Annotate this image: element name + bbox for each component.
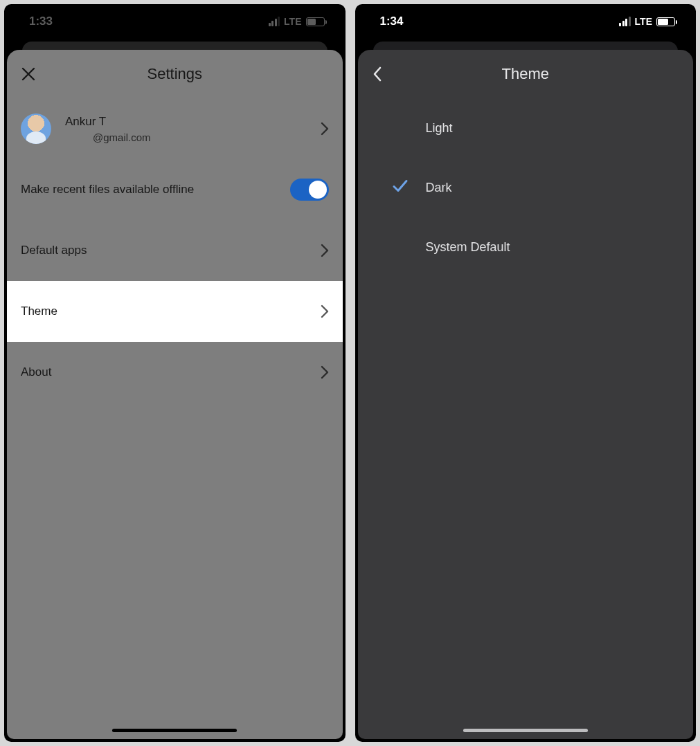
network-label: LTE: [284, 16, 301, 27]
clock: 1:34: [380, 15, 404, 28]
option-label: System Default: [426, 240, 510, 255]
status-bar: 1:34 LTE: [355, 4, 697, 39]
about-row[interactable]: About: [7, 342, 343, 403]
cell-signal-icon: [269, 17, 280, 26]
theme-option-dark[interactable]: Dark: [358, 158, 694, 217]
offline-toggle[interactable]: [290, 179, 329, 201]
network-label: LTE: [635, 16, 652, 27]
check-icon: [391, 177, 409, 199]
clock: 1:33: [29, 15, 53, 28]
home-indicator[interactable]: [112, 729, 237, 732]
account-email: @gmail.com: [65, 131, 321, 143]
battery-icon: [306, 17, 325, 26]
screenshot-theme: 1:34 LTE Theme Light Dark System Default: [355, 4, 697, 742]
about-label: About: [21, 365, 321, 379]
page-title: Theme: [502, 65, 549, 83]
page-title: Settings: [147, 65, 203, 83]
back-chevron-icon[interactable]: [372, 66, 383, 82]
home-indicator[interactable]: [463, 729, 588, 732]
account-row[interactable]: Ankur T @gmail.com: [7, 98, 343, 159]
option-label: Light: [426, 121, 453, 136]
account-name: Ankur T: [65, 115, 321, 129]
settings-sheet: Settings Ankur T @gmail.com Make recent …: [7, 50, 343, 739]
chevron-right-icon: [321, 244, 329, 257]
screenshot-settings: 1:33 LTE Settings Ankur T @gmail.com Ma: [4, 4, 345, 742]
chevron-right-icon: [321, 304, 329, 318]
theme-row[interactable]: Theme: [7, 281, 343, 342]
option-label: Dark: [426, 181, 452, 195]
sheet-header: Theme: [358, 50, 694, 98]
theme-option-system[interactable]: System Default: [358, 217, 694, 277]
offline-label: Make recent files available offline: [21, 183, 290, 197]
default-apps-row[interactable]: Default apps: [7, 220, 343, 281]
status-bar: 1:33 LTE: [4, 4, 345, 39]
close-icon[interactable]: [21, 66, 36, 82]
cell-signal-icon: [619, 17, 631, 26]
theme-sheet: Theme Light Dark System Default: [358, 50, 694, 739]
chevron-right-icon: [321, 122, 329, 136]
theme-label: Theme: [21, 304, 321, 318]
avatar: [21, 113, 51, 144]
battery-icon: [656, 17, 675, 26]
chevron-right-icon: [321, 365, 329, 379]
offline-row[interactable]: Make recent files available offline: [7, 159, 343, 220]
theme-option-light[interactable]: Light: [358, 98, 694, 158]
sheet-header: Settings: [7, 50, 343, 98]
default-apps-label: Default apps: [21, 244, 321, 257]
